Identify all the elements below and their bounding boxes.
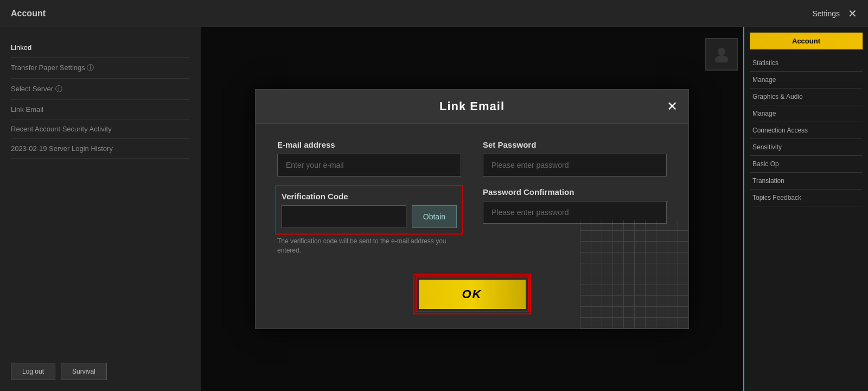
right-sidebar-manage2[interactable]: Manage: [750, 105, 863, 122]
left-sidebar: Linked Transfer Paper Settings ⓘ Select …: [0, 27, 201, 391]
window-close-button[interactable]: ✕: [848, 7, 857, 20]
top-bar-title: Account: [11, 9, 46, 18]
right-sidebar-topics[interactable]: Topics Feedback: [750, 190, 863, 206]
right-sidebar-translation[interactable]: Translation: [750, 173, 863, 190]
right-sidebar-graphics[interactable]: Graphics & Audio: [750, 89, 863, 105]
right-sidebar: Account Statistics Manage Graphics & Aud…: [743, 27, 868, 391]
verification-label: Verification Code: [282, 192, 457, 201]
sidebar-item-login-history[interactable]: 2023-02-19 Server Login History: [11, 139, 190, 159]
set-password-label: Set Password: [483, 140, 667, 149]
sidebar-item-transfer[interactable]: Transfer Paper Settings ⓘ: [11, 58, 190, 79]
right-sidebar-connection[interactable]: Connection Access: [750, 122, 863, 139]
logout-button[interactable]: Log out: [11, 363, 55, 380]
verification-code-input[interactable]: [282, 205, 406, 228]
ok-button[interactable]: OK: [419, 280, 526, 309]
verification-highlight-box: Verification Code Obtain: [277, 187, 461, 232]
modal-footer: OK: [256, 266, 688, 329]
modal-body: E-mail address Verification Code Obtain: [256, 124, 688, 266]
verification-form-group: Verification Code Obtain The verificatio…: [277, 187, 461, 255]
modal-backdrop: Link Email ✕ E-mail address Verification…: [201, 27, 743, 391]
email-input[interactable]: [277, 154, 461, 176]
email-form-group: E-mail address: [277, 140, 461, 176]
verification-row: Obtain: [282, 205, 457, 228]
set-password-form-group: Set Password: [483, 140, 667, 176]
confirm-password-label: Password Confirmation: [483, 187, 667, 197]
sidebar-item-linked[interactable]: Linked: [11, 38, 190, 58]
modal-title: Link Email: [439, 99, 505, 113]
confirm-password-input[interactable]: [483, 201, 667, 224]
right-sidebar-basicop[interactable]: Basic Op: [750, 156, 863, 173]
sidebar-item-link-email[interactable]: Link Email: [11, 100, 190, 119]
set-password-input[interactable]: [483, 154, 667, 176]
email-label: E-mail address: [277, 140, 461, 149]
top-bar: Account Settings ✕: [0, 0, 868, 27]
ok-button-wrapper: OK: [416, 276, 529, 312]
sidebar-item-security[interactable]: Recent Account Security Activity: [11, 119, 190, 139]
top-bar-right: Settings ✕: [812, 7, 857, 20]
form-grid: E-mail address Verification Code Obtain: [277, 140, 667, 255]
modal-header: Link Email ✕: [256, 90, 688, 124]
obtain-button[interactable]: Obtain: [412, 205, 457, 228]
modal-close-button[interactable]: ✕: [667, 100, 678, 113]
right-sidebar-manage[interactable]: Manage: [750, 72, 863, 89]
settings-label: Settings: [812, 9, 840, 18]
confirm-password-form-group: Password Confirmation: [483, 187, 667, 224]
right-form-column: Set Password Password Confirmation: [483, 140, 667, 255]
sidebar-item-server[interactable]: Select Server ⓘ: [11, 79, 190, 100]
link-email-modal: Link Email ✕ E-mail address Verification…: [255, 89, 689, 330]
survival-button[interactable]: Survival: [61, 363, 107, 380]
right-sidebar-sensitivity[interactable]: Sensitivity: [750, 139, 863, 156]
verification-hint: The verification code will be sent to th…: [277, 237, 461, 255]
left-form-column: E-mail address Verification Code Obtain: [277, 140, 461, 255]
sidebar-bottom-buttons: Log out Survival: [11, 363, 190, 380]
right-sidebar-statistics[interactable]: Statistics: [750, 55, 863, 72]
right-sidebar-header: Account: [750, 33, 863, 49]
